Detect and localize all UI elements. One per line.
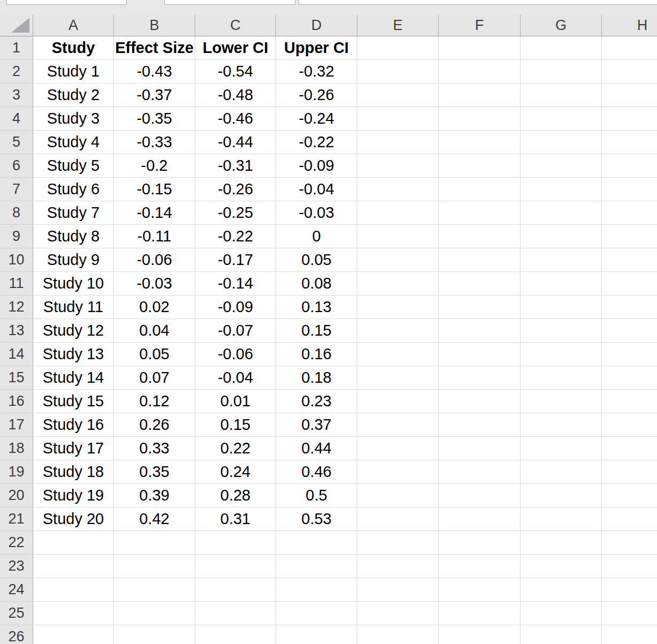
cell-C25[interactable] <box>195 602 276 625</box>
cell-A10[interactable]: Study 9 <box>33 248 114 272</box>
cell-A8[interactable]: Study 7 <box>33 201 114 225</box>
row-header-9[interactable]: 9 <box>0 225 33 248</box>
cell-H6[interactable] <box>602 154 657 178</box>
cell-C2[interactable]: -0.54 <box>195 60 276 84</box>
cell-C26[interactable] <box>195 625 276 644</box>
cell-A25[interactable] <box>33 602 114 625</box>
cell-C13[interactable]: -0.07 <box>195 319 276 343</box>
cell-A5[interactable]: Study 4 <box>33 131 114 154</box>
cell-D8[interactable]: -0.03 <box>276 201 357 225</box>
row-header-14[interactable]: 14 <box>0 343 33 366</box>
cell-D1[interactable]: Upper CI <box>276 36 357 60</box>
row-header-16[interactable]: 16 <box>0 390 33 413</box>
cell-E17[interactable] <box>357 413 439 437</box>
row-header-4[interactable]: 4 <box>0 107 33 131</box>
cell-D3[interactable]: -0.26 <box>276 84 357 107</box>
cell-G4[interactable] <box>521 107 602 131</box>
cell-G17[interactable] <box>521 413 602 437</box>
cell-A7[interactable]: Study 6 <box>33 178 114 201</box>
cell-D26[interactable] <box>276 625 357 644</box>
cell-B1[interactable]: Effect Size <box>114 36 195 60</box>
row-header-23[interactable]: 23 <box>0 555 33 578</box>
cell-E19[interactable] <box>357 460 439 484</box>
cell-F6[interactable] <box>439 154 521 178</box>
cell-A15[interactable]: Study 14 <box>33 366 114 390</box>
cell-D21[interactable]: 0.53 <box>276 507 357 531</box>
cell-B4[interactable]: -0.35 <box>114 107 195 131</box>
cell-C14[interactable]: -0.06 <box>195 343 276 366</box>
cell-D17[interactable]: 0.37 <box>276 413 357 437</box>
cell-B2[interactable]: -0.43 <box>114 60 195 84</box>
cell-D10[interactable]: 0.05 <box>276 248 357 272</box>
row-header-22[interactable]: 22 <box>0 531 33 555</box>
cell-C17[interactable]: 0.15 <box>195 413 276 437</box>
cell-A22[interactable] <box>33 531 114 555</box>
cell-D12[interactable]: 0.13 <box>276 296 357 319</box>
cell-G8[interactable] <box>521 201 602 225</box>
cell-H2[interactable] <box>602 60 657 84</box>
cell-F7[interactable] <box>439 178 521 201</box>
cell-A6[interactable]: Study 5 <box>33 154 114 178</box>
cell-D24[interactable] <box>276 578 357 602</box>
cell-E9[interactable] <box>357 225 439 248</box>
cell-D23[interactable] <box>276 555 357 578</box>
row-header-11[interactable]: 11 <box>0 272 33 296</box>
cell-B5[interactable]: -0.33 <box>114 131 195 154</box>
cell-A9[interactable]: Study 8 <box>33 225 114 248</box>
cell-F14[interactable] <box>439 343 521 366</box>
cell-G24[interactable] <box>521 578 602 602</box>
cell-A26[interactable] <box>33 625 114 644</box>
row-header-12[interactable]: 12 <box>0 296 33 319</box>
cell-D9[interactable]: 0 <box>276 225 357 248</box>
cell-H7[interactable] <box>602 178 657 201</box>
cell-B24[interactable] <box>114 578 195 602</box>
cell-H19[interactable] <box>602 460 657 484</box>
cell-E8[interactable] <box>357 201 439 225</box>
cell-G2[interactable] <box>521 60 602 84</box>
cell-A1[interactable]: Study <box>33 36 114 60</box>
cell-F20[interactable] <box>439 484 521 507</box>
cell-A14[interactable]: Study 13 <box>33 343 114 366</box>
cell-E11[interactable] <box>357 272 439 296</box>
cell-B8[interactable]: -0.14 <box>114 201 195 225</box>
cell-F11[interactable] <box>439 272 521 296</box>
cell-B10[interactable]: -0.06 <box>114 248 195 272</box>
cell-A12[interactable]: Study 11 <box>33 296 114 319</box>
cell-G6[interactable] <box>521 154 602 178</box>
select-all-corner[interactable] <box>0 15 33 36</box>
row-header-17[interactable]: 17 <box>0 413 33 437</box>
cell-C23[interactable] <box>195 555 276 578</box>
cell-H5[interactable] <box>602 131 657 154</box>
cell-H8[interactable] <box>602 201 657 225</box>
cell-A4[interactable]: Study 3 <box>33 107 114 131</box>
row-header-26[interactable]: 26 <box>0 625 33 644</box>
cell-C5[interactable]: -0.44 <box>195 131 276 154</box>
cell-E7[interactable] <box>357 178 439 201</box>
cell-B15[interactable]: 0.07 <box>114 366 195 390</box>
cell-F1[interactable] <box>439 36 521 60</box>
cell-E13[interactable] <box>357 319 439 343</box>
cell-B13[interactable]: 0.04 <box>114 319 195 343</box>
cell-G19[interactable] <box>521 460 602 484</box>
row-header-18[interactable]: 18 <box>0 437 33 460</box>
column-header-H[interactable]: H <box>602 15 657 36</box>
cell-A21[interactable]: Study 20 <box>33 507 114 531</box>
cell-D22[interactable] <box>276 531 357 555</box>
cell-E12[interactable] <box>357 296 439 319</box>
cell-H12[interactable] <box>602 296 657 319</box>
row-header-21[interactable]: 21 <box>0 507 33 531</box>
cell-G10[interactable] <box>521 248 602 272</box>
cell-C20[interactable]: 0.28 <box>195 484 276 507</box>
cell-E21[interactable] <box>357 507 439 531</box>
formula-bar-input[interactable] <box>299 0 657 5</box>
cell-C3[interactable]: -0.48 <box>195 84 276 107</box>
cell-B23[interactable] <box>114 555 195 578</box>
cell-B22[interactable] <box>114 531 195 555</box>
column-header-E[interactable]: E <box>357 15 439 36</box>
cell-A18[interactable]: Study 17 <box>33 437 114 460</box>
row-header-3[interactable]: 3 <box>0 84 33 107</box>
cell-B7[interactable]: -0.15 <box>114 178 195 201</box>
cell-D11[interactable]: 0.08 <box>276 272 357 296</box>
cell-H15[interactable] <box>602 366 657 390</box>
cell-D20[interactable]: 0.5 <box>276 484 357 507</box>
